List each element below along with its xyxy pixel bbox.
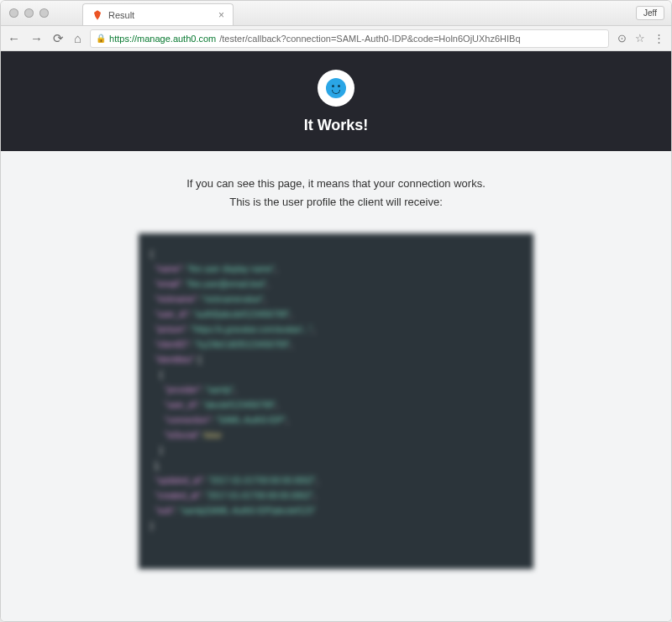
smiley-icon: [326, 78, 346, 98]
browser-window: Result × Jeff ← → ⟳ ⌂ 🔒 https://manage.a…: [0, 0, 672, 622]
profile-chip[interactable]: Jeff: [636, 6, 664, 20]
lock-icon: 🔒: [96, 34, 106, 43]
url-host: https://manage.auth0.com: [109, 34, 216, 44]
search-icon[interactable]: ⊙: [617, 32, 627, 44]
url-path: /tester/callback?connection=SAML-Auth0-I…: [219, 34, 520, 44]
page-content: It Works! If you can see this page, it m…: [1, 51, 671, 621]
avatar: [318, 70, 354, 107]
hero-title: It Works!: [1, 117, 671, 134]
close-window-button[interactable]: [9, 8, 18, 18]
forward-icon[interactable]: →: [30, 32, 43, 44]
nav-controls: ← → ⟳ ⌂: [8, 32, 81, 44]
titlebar: Result × Jeff: [1, 1, 671, 26]
back-icon[interactable]: ←: [8, 32, 20, 44]
auth0-favicon-icon: [92, 9, 103, 21]
address-bar-row: ← → ⟳ ⌂ 🔒 https://manage.auth0.com/teste…: [1, 26, 671, 51]
window-controls: [1, 8, 49, 18]
reload-icon[interactable]: ⟳: [53, 32, 64, 44]
url-bar[interactable]: 🔒 https://manage.auth0.com/tester/callba…: [90, 29, 609, 48]
hero: It Works!: [1, 51, 671, 151]
addr-right-icons: ⊙ ☆ ⋮: [617, 32, 664, 44]
kebab-menu-icon[interactable]: ⋮: [654, 32, 664, 44]
close-tab-icon[interactable]: ×: [218, 9, 224, 21]
browser-tab[interactable]: Result ×: [82, 3, 234, 25]
content-section: If you can see this page, it means that …: [1, 151, 671, 603]
home-icon[interactable]: ⌂: [74, 32, 81, 44]
maximize-window-button[interactable]: [39, 8, 49, 18]
content-line-1: If you can see this page, it means that …: [34, 175, 638, 193]
cta-section: TAKE ME TO THE DASHBOARD: [1, 603, 671, 621]
tab-title: Result: [108, 10, 213, 20]
minimize-window-button[interactable]: [24, 8, 34, 18]
content-line-2: This is the user profile the client will…: [34, 193, 638, 212]
star-icon[interactable]: ☆: [635, 32, 645, 44]
profile-code-block: { "name": "the user display name", "emai…: [139, 233, 533, 569]
